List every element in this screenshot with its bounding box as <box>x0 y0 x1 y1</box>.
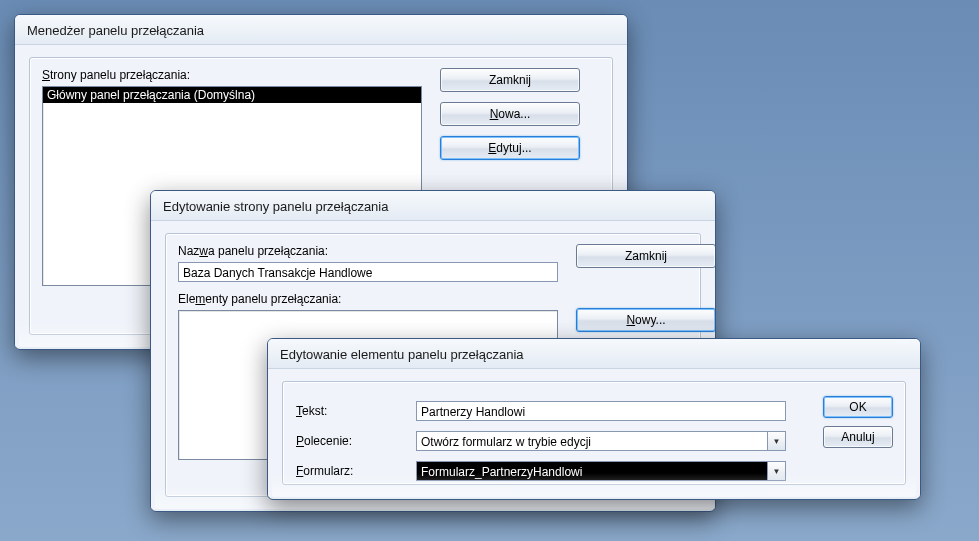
switchboard-manager-title: Menedżer panelu przełączania <box>15 15 627 45</box>
cancel-button[interactable]: Anuluj <box>823 426 893 448</box>
form-label: Formularz:Formularz: <box>296 464 353 478</box>
elements-label: Elementy panelu przełączania: Elementy p… <box>178 292 558 306</box>
close-button[interactable]: Zamknij <box>440 68 580 92</box>
text-input[interactable]: Partnerzy Handlowi <box>416 401 786 421</box>
pages-label: SStrony panelu przełączania:trony panelu… <box>42 68 422 82</box>
command-value: Otwórz formularz w trybie edycji <box>417 432 767 450</box>
close-button[interactable]: Zamknij <box>576 244 716 268</box>
edit-button[interactable]: Edytuj... Edytuj... <box>440 136 580 160</box>
form-dropdown[interactable]: Formularz_PartnerzyHandlowi ▼ <box>416 461 786 481</box>
new-button[interactable]: Nowa... Nowa... <box>440 102 580 126</box>
name-input[interactable]: Baza Danych Transakcje Handlowe <box>178 262 558 282</box>
edit-item-title: Edytowanie elementu panelu przełączania <box>268 339 920 369</box>
command-label: Polecenie:Polecenie: <box>296 434 352 448</box>
text-label: Tekst:Tekst: <box>296 404 327 418</box>
new-button[interactable]: Nowy... Nowy... <box>576 308 716 332</box>
chevron-down-icon[interactable]: ▼ <box>767 462 785 480</box>
chevron-down-icon[interactable]: ▼ <box>767 432 785 450</box>
list-item[interactable]: Główny panel przełączania (Domyślna) <box>43 87 421 103</box>
ok-button[interactable]: OK <box>823 396 893 418</box>
form-value: Formularz_PartnerzyHandlowi <box>417 462 767 480</box>
edit-switchboard-item-window: Edytowanie elementu panelu przełączania … <box>267 338 921 500</box>
edit-page-title: Edytowanie strony panelu przełączania <box>151 191 715 221</box>
name-label: Nazwa panelu przełączania: Nazwa panelu … <box>178 244 558 258</box>
command-dropdown[interactable]: Otwórz formularz w trybie edycji ▼ <box>416 431 786 451</box>
